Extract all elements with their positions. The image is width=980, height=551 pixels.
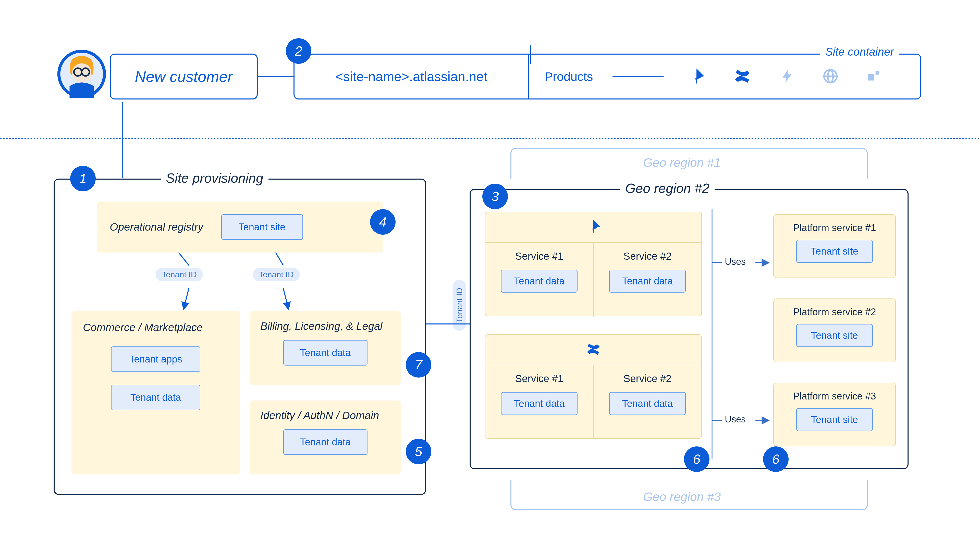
jira-service-2-tenant-data: Tenant data (609, 270, 686, 292)
bolt-icon (780, 68, 795, 85)
commerce-panel: Commerce / Marketplace Tenant apps Tenan… (72, 311, 240, 475)
site-container-title: Site container (820, 45, 899, 58)
tenant-id-pill-vertical: Tenant ID (453, 280, 466, 331)
badge-5: 5 (406, 439, 431, 464)
squares-icon (866, 69, 880, 84)
conf-service-1-tenant-data: Tenant data (501, 392, 578, 415)
jira-icon-small (586, 219, 601, 235)
tenant-site-chip: Tenant site (221, 214, 303, 240)
billing-label: Billing, Licensing, & Legal (260, 320, 390, 332)
operational-registry-panel: Operational registry Tenant site (97, 202, 383, 252)
site-url-label: <site-name>.atlassian.net (335, 69, 487, 84)
geo-region-1-title: Geo region #1 (638, 156, 726, 170)
products-label: Products (545, 70, 593, 84)
conf-service-2-label: Service #2 (601, 373, 694, 384)
site-provisioning-title: Site provisioning (161, 170, 269, 186)
tenant-id-pill-left: Tenant ID (156, 268, 203, 281)
jira-icon (687, 67, 705, 86)
identity-panel: Identity / AuthN / Domain Tenant data (250, 400, 401, 475)
billing-panel: Billing, Licensing, & Legal Tenant data (250, 311, 401, 385)
badge-2: 2 (286, 38, 311, 64)
uses-label-2: Uses (725, 414, 746, 425)
platform-service-1-label: Platform service #1 (781, 222, 888, 233)
svg-rect-19 (868, 74, 874, 80)
commerce-label: Commerce / Marketplace (83, 321, 228, 333)
site-container-box: <site-name>.atlassian.net Site container… (293, 54, 921, 100)
operational-registry-label: Operational registry (110, 221, 204, 233)
badge-6-right: 6 (763, 446, 789, 472)
platform-2-tenant-site: Tenant site (796, 324, 873, 347)
jira-services-panel: Service #1 Tenant data Service #2 Tenant… (485, 212, 702, 316)
confluence-icon (733, 67, 751, 86)
platform-service-2-panel: Platform service #2 Tenant site (773, 299, 896, 362)
new-customer-label: New customer (130, 68, 238, 86)
badge-3: 3 (482, 184, 508, 209)
confluence-icon-small (586, 341, 601, 358)
platform-service-3-label: Platform service #3 (781, 391, 888, 402)
confluence-services-panel: Service #1 Tenant data Service #2 Tenant… (485, 334, 702, 439)
tenant-data-chip-2: Tenant data (283, 340, 368, 365)
badge-6-left: 6 (684, 446, 710, 472)
jira-service-1-tenant-data: Tenant data (501, 270, 578, 292)
platform-service-3-panel: Platform service #3 Tenant site (773, 383, 896, 446)
geo-region-2-title: Geo region #2 (620, 181, 714, 196)
globe-icon (823, 68, 838, 85)
new-customer-box: New customer (110, 54, 258, 100)
platform-service-2-label: Platform service #2 (781, 306, 888, 318)
badge-1: 1 (70, 166, 96, 191)
dotted-divider (0, 138, 980, 139)
svg-rect-20 (876, 71, 879, 75)
tenant-data-chip-1: Tenant data (111, 385, 200, 410)
conf-service-2-tenant-data: Tenant data (609, 392, 686, 415)
jira-service-1-label: Service #1 (493, 251, 585, 262)
geo-region-3-title: Geo region #3 (638, 490, 726, 504)
tenant-apps-chip: Tenant apps (111, 346, 200, 372)
customer-avatar (57, 50, 106, 98)
jira-service-2-label: Service #2 (601, 251, 694, 262)
platform-1-tenant-site: Tenant sIte (796, 240, 873, 263)
uses-label-1: Uses (725, 256, 746, 267)
conf-service-1-label: Service #1 (493, 373, 585, 384)
badge-7: 7 (406, 352, 431, 378)
tenant-id-pill-right: Tenant ID (253, 268, 300, 281)
badge-4: 4 (370, 209, 396, 235)
identity-label: Identity / AuthN / Domain (260, 410, 390, 422)
platform-service-1-panel: Platform service #1 Tenant sIte (773, 214, 896, 278)
tenant-data-chip-3: Tenant data (283, 429, 368, 455)
platform-3-tenant-site: Tenant site (796, 408, 873, 431)
